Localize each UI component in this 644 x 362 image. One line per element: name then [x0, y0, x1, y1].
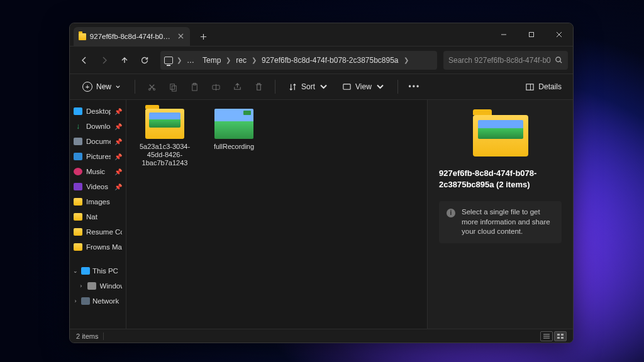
pin-icon: 📌	[114, 184, 122, 190]
desktop-wallpaper: 927ef6fb-8c8d-474f-b078-2c3	[0, 0, 644, 362]
sidebar-network[interactable]: ›Network	[70, 293, 126, 309]
sidebar-item-videos[interactable]: Videos📌	[70, 179, 126, 194]
view-button[interactable]: View	[337, 80, 390, 94]
breadcrumb-overflow[interactable]: …	[184, 55, 197, 66]
svg-rect-10	[526, 84, 533, 89]
sidebar-item-pictures[interactable]: Pictures📌	[70, 149, 126, 164]
pictures-icon	[74, 153, 82, 160]
chevron-down-icon	[375, 82, 385, 92]
search-icon	[555, 56, 563, 64]
music-icon	[74, 168, 82, 175]
item-name: 5a23a1c3-3034-45dd-8426-1bac7b7a1243	[138, 143, 192, 168]
search-input[interactable]	[448, 56, 551, 65]
svg-rect-14	[561, 337, 564, 339]
image-thumbnail-icon	[214, 109, 253, 139]
tab-strip: 927ef6fb-8c8d-474f-b078-2c3	[70, 23, 213, 46]
folder-icon	[74, 198, 82, 206]
disk-icon	[87, 282, 96, 290]
svg-rect-9	[343, 84, 350, 89]
details-pane: 927ef6fb-8c8d-474f-b078-2c3875bc895a (2 …	[427, 100, 573, 329]
sidebar-item-downloads[interactable]: ↓Downloads📌	[70, 119, 126, 134]
breadcrumb-rec[interactable]: rec	[233, 55, 249, 66]
chevron-down-icon	[115, 84, 121, 90]
pin-icon: 📌	[114, 168, 122, 175]
tab-active[interactable]: 927ef6fb-8c8d-474f-b078-2c3	[74, 27, 190, 46]
pc-icon	[81, 267, 90, 275]
address-bar[interactable]: ❯ … Temp ❯ rec ❯ 927ef6fb-8c8d-474f-b078…	[160, 51, 437, 70]
svg-rect-12	[561, 334, 564, 336]
download-icon: ↓	[74, 123, 82, 130]
svg-rect-13	[557, 337, 560, 339]
large-icons-view-toggle[interactable]	[554, 331, 567, 341]
item-name: fullRecording	[214, 143, 254, 151]
maximize-button[interactable]	[518, 23, 545, 46]
chevron-down-icon: ⌄	[72, 268, 79, 274]
file-explorer-window: 927ef6fb-8c8d-474f-b078-2c3	[69, 23, 574, 343]
preview-info-note: i Select a single file to get more infor…	[439, 201, 562, 243]
copy-button[interactable]	[164, 78, 182, 96]
sidebar-this-pc[interactable]: ⌄This PC	[70, 263, 126, 278]
navigation-row: ❯ … Temp ❯ rec ❯ 927ef6fb-8c8d-474f-b078…	[70, 46, 573, 74]
sort-button[interactable]: Sort	[283, 80, 333, 94]
desktop-icon	[74, 107, 82, 115]
pin-icon: 📌	[114, 153, 122, 160]
window-body: Desktop📌 ↓Downloads📌 Documents📌 Pictures…	[70, 100, 573, 329]
sidebar-item-drive[interactable]: ›Windows	[70, 278, 126, 293]
pc-icon	[164, 57, 173, 64]
sort-icon	[288, 82, 297, 92]
minimize-button[interactable]	[490, 23, 518, 46]
items-view[interactable]: 5a23a1c3-3034-45dd-8426-1bac7b7a1243 ful…	[126, 100, 427, 329]
details-view-toggle[interactable]	[540, 331, 553, 341]
sidebar-item-documents[interactable]: Documents📌	[70, 134, 126, 149]
svg-rect-0	[530, 33, 534, 37]
folder-item[interactable]: 5a23a1c3-3034-45dd-8426-1bac7b7a1243	[138, 109, 192, 168]
sidebar-item-music[interactable]: Music📌	[70, 164, 126, 179]
details-pane-button[interactable]: Details	[520, 80, 567, 94]
sidebar-item-resume[interactable]: Resume Co	[70, 224, 126, 239]
sidebar-item-desktop[interactable]: Desktop📌	[70, 104, 126, 119]
new-button-label: New	[96, 82, 111, 91]
new-button[interactable]: + New	[76, 79, 127, 94]
chevron-right-icon: ❯	[404, 57, 409, 63]
videos-icon	[74, 183, 82, 190]
rename-button[interactable]	[207, 78, 225, 96]
command-bar: + New Sort View •••	[70, 74, 573, 100]
more-button[interactable]: •••	[406, 78, 423, 96]
close-tab-icon[interactable]	[178, 33, 184, 40]
search-box[interactable]	[443, 51, 568, 70]
folder-icon	[79, 33, 86, 40]
info-icon: i	[447, 209, 455, 217]
breadcrumb-current[interactable]: 927ef6fb-8c8d-474f-b078-2c3875bc895a	[259, 55, 401, 66]
navigation-pane: Desktop📌 ↓Downloads📌 Documents📌 Pictures…	[70, 100, 126, 329]
up-button[interactable]	[115, 51, 134, 70]
paste-button[interactable]	[186, 78, 203, 96]
preview-title: 927ef6fb-8c8d-474f-b078-2c3875bc895a (2 …	[439, 168, 562, 190]
chevron-right-icon: ›	[72, 298, 79, 304]
close-window-button[interactable]	[545, 23, 573, 46]
sidebar-item-images[interactable]: Images	[70, 194, 126, 209]
back-button[interactable]	[75, 51, 94, 70]
breadcrumb-temp[interactable]: Temp	[200, 55, 223, 66]
sort-label: Sort	[301, 82, 315, 91]
folder-icon	[74, 243, 82, 251]
svg-rect-11	[557, 334, 560, 336]
chevron-right-icon: ❯	[177, 57, 182, 63]
pin-icon: 📌	[114, 138, 122, 145]
cut-button[interactable]	[143, 78, 160, 96]
folder-thumbnail-icon	[145, 109, 184, 139]
chevron-right-icon: ❯	[252, 57, 257, 63]
document-icon	[74, 138, 82, 145]
pin-icon: 📌	[114, 123, 122, 130]
sidebar-item-nat[interactable]: Nat	[70, 209, 126, 224]
refresh-button[interactable]	[135, 51, 154, 70]
delete-button[interactable]	[250, 78, 267, 96]
sidebar-item-frowns[interactable]: Frowns Ma	[70, 239, 126, 255]
window-controls	[490, 23, 573, 46]
new-tab-button[interactable]	[194, 27, 213, 46]
tab-title: 927ef6fb-8c8d-474f-b078-2c3	[90, 33, 170, 40]
forward-button[interactable]	[95, 51, 114, 70]
file-item[interactable]: fullRecording	[207, 109, 261, 151]
plus-circle-icon: +	[82, 82, 92, 92]
share-button[interactable]	[228, 78, 246, 96]
folder-icon	[74, 228, 82, 236]
